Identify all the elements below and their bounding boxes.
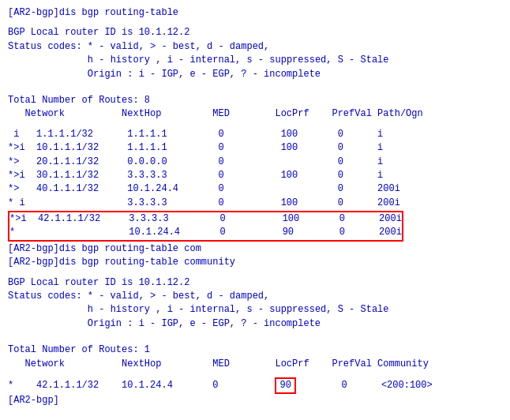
line-status-1: Status codes: * - valid, > - best, d - d… [8, 40, 502, 54]
line-cmd-2: [AR2-bgp]dis bgp routing-table com [8, 242, 502, 256]
line-total-2: Total Number of Routes: 1 [8, 343, 502, 357]
line-header-1: Network NextHop MED LocPrf PrefVal Path/… [8, 107, 502, 121]
terminal-output: [AR2-bgp]dis bgp routing-table BGP Local… [8, 6, 502, 408]
line-status-2: Status codes: * - valid, > - best, d - d… [8, 290, 502, 303]
line-origin-1: Origin : i - IGP, e - EGP, ? - incomplet… [8, 68, 502, 81]
line-route-5: *> 40.1.1.1/32 10.1.24.4 0 0 200i [8, 182, 502, 196]
line-total-1: Total Number of Routes: 8 [8, 94, 502, 107]
line-router-id-1: BGP Local router ID is 10.1.12.2 [8, 26, 502, 39]
line-route-4: *>i 30.1.1.1/32 3.3.3.3 0 100 0 i [8, 169, 502, 182]
line-route-community: * 42.1.1.1/32 10.1.24.4 0 90 0 <200:100> [8, 377, 502, 394]
line-1: [AR2-bgp]dis bgp routing-table [8, 6, 502, 20]
highlighted-rows-box: *>i 42.1.1.1/32 3.3.3.3 0 100 0 200i * 1… [8, 211, 403, 242]
line-route-3: *> 20.1.1.1/32 0.0.0.0 0 0 i [8, 156, 502, 169]
line-route-1: i 1.1.1.1/32 1.1.1.1 0 100 0 i [8, 128, 502, 141]
line-route-7: *>i 42.1.1.1/32 3.3.3.3 0 100 0 200i [9, 212, 402, 226]
line-prompt: [AR2-bgp] [8, 394, 502, 407]
line-origin-2: Origin : i - IGP, e - EGP, ? - incomplet… [8, 317, 502, 331]
line-route-8: * 10.1.24.4 0 90 0 200i [9, 226, 402, 239]
line-history-1: h - history , i - internal, s - suppress… [8, 54, 502, 67]
line-router-id-2: BGP Local router ID is 10.1.12.2 [8, 276, 502, 290]
line-cmd-3: [AR2-bgp]dis bgp routing-table community [8, 256, 502, 269]
line-route-6: * i 3.3.3.3 0 100 0 200i [8, 197, 502, 210]
line-history-2: h - history , i - internal, s - suppress… [8, 303, 502, 317]
line-route-2: *>i 10.1.1.1/32 1.1.1.1 0 100 0 i [8, 141, 502, 155]
line-header-2: Network NextHop MED LocPrf PrefVal Commu… [8, 358, 502, 371]
